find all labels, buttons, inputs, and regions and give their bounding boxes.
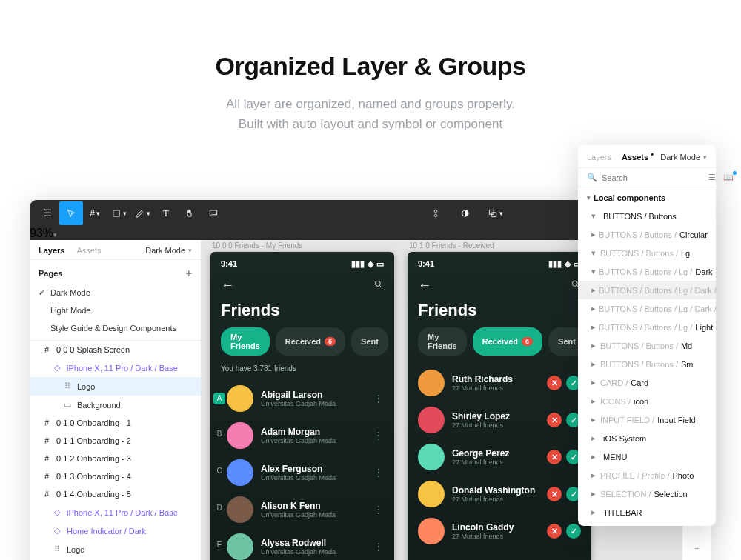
- status-time: 9:41: [418, 259, 434, 269]
- friend-item[interactable]: DAlison K FennUniversitas Gadjah Mada⋮: [210, 491, 394, 528]
- decline-icon[interactable]: ✕: [547, 450, 562, 464]
- screen-title: Friends: [210, 301, 394, 327]
- request-item[interactable]: George Perez27 Mutual friends✕✓: [408, 439, 591, 476]
- asset-item[interactable]: ▸BUTTONS / Buttons / Md: [578, 336, 716, 355]
- library-icon[interactable]: 📖: [723, 173, 734, 182]
- tab-my-friends[interactable]: My Friends: [221, 327, 270, 356]
- layer-item[interactable]: #0 1 0 Onboarding - 1: [30, 414, 201, 432]
- asset-item[interactable]: ▾BUTTONS / Buttons / Lg: [578, 244, 716, 262]
- layer-item[interactable]: #0 1 4 Onboarding - 5: [30, 485, 201, 503]
- search-icon[interactable]: [373, 279, 384, 292]
- tab-assets[interactable]: Assets: [622, 153, 648, 161]
- more-icon[interactable]: ⋮: [373, 393, 384, 404]
- signal-icon: ▮▮▮: [351, 259, 365, 269]
- friend-item[interactable]: EAlyssa RodwellUniversitas Gadjah Mada⋮: [210, 528, 394, 560]
- request-item[interactable]: Ruth Richards27 Mutual friends✕✓: [408, 364, 591, 401]
- search-icon: 🔍: [587, 173, 597, 182]
- search-input[interactable]: [602, 173, 704, 182]
- more-icon[interactable]: ⋮: [373, 504, 384, 516]
- move-tool-icon[interactable]: [59, 201, 83, 225]
- layer-item[interactable]: ▭Background: [30, 396, 201, 414]
- decline-icon[interactable]: ✕: [547, 376, 562, 390]
- text-tool-icon[interactable]: T: [154, 201, 178, 225]
- battery-icon: ▭: [376, 259, 384, 269]
- request-item[interactable]: Shirley Lopez27 Mutual friends✕✓: [408, 401, 591, 439]
- pen-tool-icon[interactable]: ▾: [130, 201, 154, 225]
- friend-item[interactable]: AAbigail LarsonUniversitas Gadjah Mada⋮: [210, 380, 394, 417]
- mask-icon[interactable]: [453, 201, 477, 225]
- status-icons: ▮▮▮◈▭: [548, 259, 581, 269]
- back-icon[interactable]: ←: [418, 278, 431, 293]
- layer-item[interactable]: ◇Home Indicator / Dark: [30, 521, 201, 540]
- page-switcher[interactable]: Dark Mode▾: [660, 153, 707, 161]
- asset-item[interactable]: ▸BUTTONS / Buttons / Circular: [578, 225, 716, 244]
- layer-item[interactable]: ⠿Logo: [30, 540, 201, 559]
- request-item[interactable]: Lincoln Gaddy27 Mutual friends✕✓: [408, 513, 591, 550]
- asset-item[interactable]: ▸BUTTONS / Buttons / Sm: [578, 355, 716, 373]
- decline-icon[interactable]: ✕: [547, 524, 562, 539]
- friend-item[interactable]: BAdam MorganUniversitas Gadjah Mada⋮: [210, 417, 394, 454]
- component-icon[interactable]: [424, 201, 448, 225]
- request-item[interactable]: Donald Washington27 Mutual friends✕✓: [408, 476, 591, 513]
- add-page-icon[interactable]: +: [186, 267, 192, 279]
- asset-item[interactable]: ▸ICONS / icon: [578, 392, 716, 410]
- decline-icon[interactable]: ✕: [547, 413, 562, 427]
- page-switcher[interactable]: Dark Mode▾: [145, 246, 192, 255]
- svg-rect-3: [491, 213, 496, 217]
- asset-item[interactable]: ▸iOS System: [578, 429, 716, 447]
- more-icon[interactable]: ⋮: [373, 541, 384, 553]
- menu-icon[interactable]: ☰: [36, 201, 59, 225]
- local-components-label[interactable]: Local components: [594, 193, 665, 202]
- svg-point-5: [572, 281, 577, 286]
- page-item[interactable]: Style Guide & Design Components: [30, 319, 201, 337]
- artboard-my-friends[interactable]: 9:41 ▮▮▮◈▭ ← Friends My Friends Received…: [210, 252, 394, 560]
- asset-item[interactable]: ▸BUTTONS / Buttons / Lg / Light: [578, 318, 716, 336]
- asset-item[interactable]: ▸INPUT FIELD / Input Field: [578, 410, 716, 429]
- comment-tool-icon[interactable]: [202, 201, 225, 225]
- page-item[interactable]: Dark Mode: [30, 284, 201, 301]
- asset-item[interactable]: ▸SELECTION / Selection: [578, 484, 716, 503]
- hand-tool-icon[interactable]: [178, 201, 202, 225]
- page-item[interactable]: Light Mode: [30, 301, 201, 319]
- layer-item[interactable]: ◇iPhone X, 11 Pro / Dark / Base: [30, 359, 201, 377]
- svg-rect-2: [489, 210, 494, 214]
- tab-layers[interactable]: Layers: [39, 246, 64, 255]
- asset-item[interactable]: ▸PROFILE / Profile / Photo: [578, 466, 716, 484]
- tab-received[interactable]: Received6: [473, 327, 542, 356]
- asset-item[interactable]: ▸MENU: [578, 447, 716, 466]
- list-view-icon[interactable]: ☰: [708, 173, 716, 182]
- decline-icon[interactable]: ✕: [547, 487, 562, 501]
- asset-item[interactable]: ▸BUTTONS / Buttons / Lg / Dark / Fill: [578, 281, 716, 299]
- layer-item[interactable]: ⠿Logo: [30, 377, 201, 396]
- asset-item[interactable]: ▾BUTTONS / Buttons: [578, 207, 716, 225]
- artboard-label: 10 0 0 Friends - My Friends: [212, 241, 302, 250]
- tab-received[interactable]: Received6: [276, 327, 345, 356]
- accept-icon[interactable]: ✓: [566, 524, 581, 539]
- tab-my-friends[interactable]: My Friends: [418, 327, 467, 356]
- tab-assets[interactable]: Assets: [76, 246, 101, 255]
- asset-item[interactable]: ▸BUTTONS / Buttons / Lg / Dark / Line: [578, 299, 716, 318]
- more-icon[interactable]: ⋮: [373, 467, 384, 479]
- frame-tool-icon[interactable]: #▾: [83, 201, 107, 225]
- artboard-received[interactable]: 9:41 ▮▮▮◈▭ ← Friends My Friends Received…: [408, 252, 591, 560]
- asset-item[interactable]: ▸TITLEBAR: [578, 503, 716, 521]
- back-icon[interactable]: ←: [221, 278, 234, 293]
- asset-item[interactable]: ▾BUTTONS / Buttons / Lg / Dark: [578, 262, 716, 281]
- tab-layers[interactable]: Layers: [587, 153, 611, 161]
- more-icon[interactable]: ⋮: [373, 430, 384, 441]
- shape-tool-icon[interactable]: ▾: [107, 201, 130, 225]
- signal-icon: ▮▮▮: [548, 259, 562, 269]
- left-panel: Layers Assets Dark Mode▾ Pages + Dark Mo…: [30, 240, 202, 560]
- pages-label: Pages: [39, 269, 62, 278]
- layer-item[interactable]: #0 1 2 Onboarding - 3: [30, 450, 201, 467]
- layer-item[interactable]: ◇iPhone X, 11 Pro / Dark / Base: [30, 503, 201, 521]
- tab-sent[interactable]: Sent: [351, 327, 388, 356]
- layer-item[interactable]: #0 0 0 Splash Screen: [30, 341, 201, 359]
- layer-item[interactable]: #0 1 3 Onboarding - 4: [30, 467, 201, 485]
- layer-item[interactable]: #0 1 1 Onboarding - 2: [30, 432, 201, 450]
- status-time: 9:41: [221, 259, 237, 269]
- friend-item[interactable]: CAlex FergusonUniversitas Gadjah Mada⋮: [210, 454, 394, 491]
- boolean-icon[interactable]: ▾: [483, 201, 507, 225]
- asset-item[interactable]: ▸CARD / Card: [578, 373, 716, 392]
- assets-panel: Layers Assets Dark Mode▾ 🔍 ☰ 📖 ▾Local co…: [578, 145, 716, 526]
